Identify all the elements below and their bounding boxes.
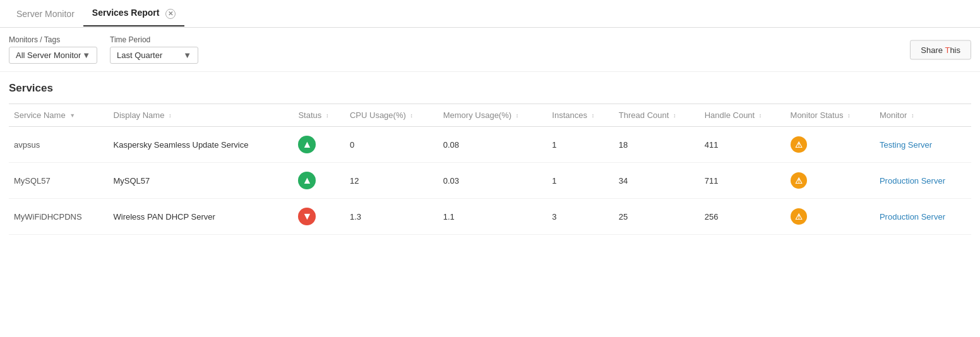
monitors-label: Monitors / Tags	[9, 35, 97, 44]
table-row: MyWiFiDHCPDNSWireless PAN DHCP Server▼1.…	[9, 199, 971, 235]
share-highlight: T	[945, 45, 950, 54]
monitor-link[interactable]: Testing Server	[880, 140, 932, 150]
cell-status: ▲	[293, 163, 345, 199]
cell-monitor[interactable]: Testing Server	[875, 127, 971, 163]
cell-monitor-status: ⚠	[786, 163, 875, 199]
sort-icon-instances: ↕	[592, 113, 595, 119]
col-monitor[interactable]: Monitor ↕	[875, 104, 971, 127]
warning-icon: ⚠	[791, 208, 807, 225]
cell-status: ▼	[293, 199, 345, 235]
sort-icon-memory: ↕	[516, 113, 519, 119]
cell-monitor-status: ⚠	[786, 127, 875, 163]
share-button[interactable]: Share This	[910, 40, 971, 59]
table-header-row: Service Name ▼ Display Name ↕ Status ↕ C…	[9, 104, 971, 127]
warning-icon: ⚠	[791, 136, 807, 153]
cell-status: ▲	[293, 127, 345, 163]
cell-cpu-usage: 0	[345, 127, 438, 163]
monitors-select[interactable]: All Server Monitor ▼	[9, 47, 97, 64]
sort-icon-cpu: ↕	[410, 113, 413, 119]
col-cpu-usage[interactable]: CPU Usage(%) ↕	[345, 104, 438, 127]
cell-monitor[interactable]: Production Server	[875, 199, 971, 235]
cell-thread-count: 34	[614, 163, 700, 199]
sort-icon-display-name: ↕	[169, 113, 172, 119]
services-table: Service Name ▼ Display Name ↕ Status ↕ C…	[9, 103, 971, 235]
tab-server-monitor[interactable]: Server Monitor	[8, 3, 83, 25]
section-title: Services	[9, 82, 971, 95]
status-up-icon: ▲	[298, 136, 316, 153]
cell-monitor-status: ⚠	[786, 199, 875, 235]
sort-icon-thread: ↕	[673, 113, 676, 119]
status-down-icon: ▼	[298, 208, 316, 225]
col-thread-count[interactable]: Thread Count ↕	[614, 104, 700, 127]
cell-memory-usage: 0.03	[438, 163, 547, 199]
sort-icon-handle: ↕	[759, 113, 762, 119]
cell-handle-count: 256	[700, 199, 786, 235]
cell-service-name: MySQL57	[9, 163, 109, 199]
tabs-bar: Server Monitor Services Report ✕	[0, 0, 980, 28]
monitor-link[interactable]: Production Server	[880, 212, 945, 222]
sort-icon-status: ↕	[326, 113, 329, 119]
cell-monitor[interactable]: Production Server	[875, 163, 971, 199]
cell-handle-count: 411	[700, 127, 786, 163]
cell-service-name: avpsus	[9, 127, 109, 163]
services-section: Services Service Name ▼ Display Name ↕ S…	[0, 72, 980, 235]
cell-handle-count: 711	[700, 163, 786, 199]
monitors-value: All Server Monitor	[16, 50, 81, 60]
monitors-group: Monitors / Tags All Server Monitor ▼	[9, 35, 97, 64]
toolbar: Monitors / Tags All Server Monitor ▼ Tim…	[0, 28, 980, 72]
cell-instances: 1	[547, 163, 613, 199]
time-period-group: Time Period Last Quarter ▼	[110, 35, 198, 64]
cell-memory-usage: 0.08	[438, 127, 547, 163]
monitor-link[interactable]: Production Server	[880, 176, 945, 186]
cell-instances: 3	[547, 199, 613, 235]
sort-icon-monitor-status: ↕	[847, 113, 851, 119]
col-instances[interactable]: Instances ↕	[547, 104, 613, 127]
time-period-value: Last Quarter	[117, 50, 162, 60]
cell-thread-count: 25	[614, 199, 700, 235]
cell-display-name: MySQL57	[109, 163, 294, 199]
col-memory-usage[interactable]: Memory Usage(%) ↕	[438, 104, 547, 127]
time-period-dropdown-arrow: ▼	[183, 50, 191, 60]
col-monitor-status[interactable]: Monitor Status ↕	[786, 104, 875, 127]
cell-memory-usage: 1.1	[438, 199, 547, 235]
col-display-name[interactable]: Display Name ↕	[109, 104, 294, 127]
monitors-dropdown-arrow: ▼	[82, 50, 90, 60]
cell-service-name: MyWiFiDHCPDNS	[9, 199, 109, 235]
cell-instances: 1	[547, 127, 613, 163]
col-service-name[interactable]: Service Name ▼	[9, 104, 109, 127]
cell-cpu-usage: 12	[345, 163, 438, 199]
cell-thread-count: 18	[614, 127, 700, 163]
cell-display-name: Wireless PAN DHCP Server	[109, 199, 294, 235]
col-status[interactable]: Status ↕	[293, 104, 345, 127]
table-row: avpsusKaspersky Seamless Update Service▲…	[9, 127, 971, 163]
col-handle-count[interactable]: Handle Count ↕	[700, 104, 786, 127]
time-period-label: Time Period	[110, 35, 198, 44]
cell-cpu-usage: 1.3	[345, 199, 438, 235]
sort-icon-service-name: ▼	[69, 113, 75, 119]
tab-close-icon[interactable]: ✕	[165, 9, 176, 19]
warning-icon: ⚠	[791, 172, 807, 189]
table-row: MySQL57MySQL57▲120.03134711⚠Production S…	[9, 163, 971, 199]
time-period-select[interactable]: Last Quarter ▼	[110, 47, 198, 64]
status-up-icon: ▲	[298, 172, 316, 189]
cell-display-name: Kaspersky Seamless Update Service	[109, 127, 294, 163]
tab-services-report[interactable]: Services Report ✕	[83, 1, 185, 27]
sort-icon-monitor: ↕	[911, 113, 914, 119]
